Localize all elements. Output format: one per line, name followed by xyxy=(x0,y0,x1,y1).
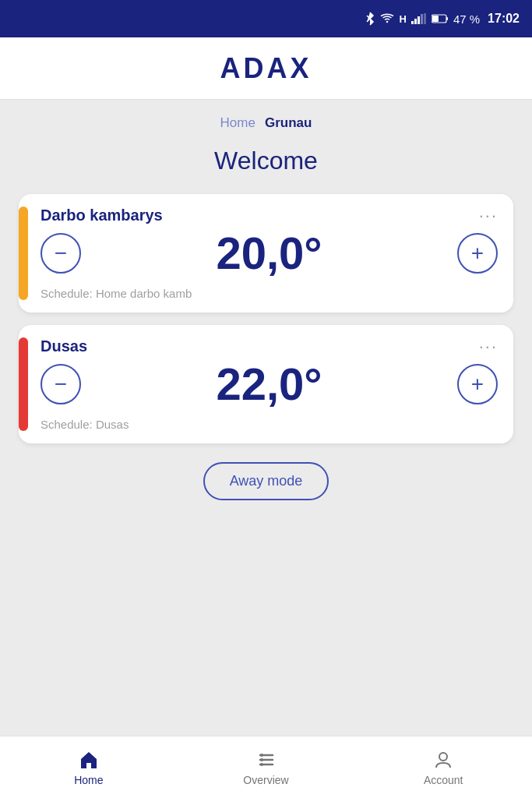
battery-icon xyxy=(432,14,449,23)
device-card-dusas: Dusas ··· − 22,0° + Schedule: Dusas xyxy=(19,325,513,443)
device-card-darbo: Darbo kambarys ··· − 20,0° + Schedule: H… xyxy=(19,194,513,312)
breadcrumb-current[interactable]: Grunau xyxy=(265,115,312,131)
card-accent-red xyxy=(19,337,28,431)
overview-icon xyxy=(255,749,277,771)
decrease-temp-darbo[interactable]: − xyxy=(41,233,81,274)
card-controls-dusas: − 22,0° + xyxy=(41,362,498,407)
h-indicator: H xyxy=(399,13,406,25)
card-body-dusas: Dusas ··· − 22,0° + Schedule: Dusas xyxy=(41,337,498,431)
battery-percentage: 47 % xyxy=(453,12,480,26)
card-accent-yellow xyxy=(19,207,28,300)
nav-overview[interactable]: Overview xyxy=(178,749,355,786)
status-bar: H 47 % 17:02 xyxy=(0,0,532,37)
svg-rect-3 xyxy=(414,19,417,24)
account-icon xyxy=(432,749,454,771)
temperature-darbo: 20,0° xyxy=(216,231,322,276)
nav-account[interactable]: Account xyxy=(354,749,532,786)
svg-rect-6 xyxy=(424,13,426,24)
app-logo: ADAX xyxy=(220,52,312,85)
main-content: Home Grunau Welcome Darbo kambarys ··· −… xyxy=(0,100,532,736)
home-icon xyxy=(78,749,100,771)
svg-point-16 xyxy=(439,753,447,761)
breadcrumb: Home Grunau xyxy=(220,115,312,131)
svg-rect-5 xyxy=(421,14,423,24)
svg-rect-2 xyxy=(411,21,414,24)
clock: 17:02 xyxy=(488,12,520,26)
temperature-dusas: 22,0° xyxy=(216,362,322,407)
nav-home[interactable]: Home xyxy=(0,749,178,786)
schedule-dusas: Schedule: Dusas xyxy=(41,418,498,431)
increase-temp-darbo[interactable]: + xyxy=(457,233,498,274)
away-mode-button[interactable]: Away mode xyxy=(203,462,329,500)
decrease-temp-dusas[interactable]: − xyxy=(41,364,81,404)
status-icons: H 47 % 17:02 xyxy=(365,12,520,26)
signal-icon xyxy=(411,13,427,24)
more-menu-darbo[interactable]: ··· xyxy=(479,207,498,224)
svg-point-11 xyxy=(260,754,263,757)
nav-home-label: Home xyxy=(74,774,103,786)
breadcrumb-home[interactable]: Home xyxy=(220,115,255,131)
svg-rect-9 xyxy=(446,17,448,20)
bluetooth-icon xyxy=(365,12,375,26)
increase-temp-dusas[interactable]: + xyxy=(457,364,498,404)
schedule-darbo: Schedule: Home darbo kamb xyxy=(41,287,498,300)
more-menu-dusas[interactable]: ··· xyxy=(479,338,498,355)
nav-overview-label: Overview xyxy=(243,774,288,786)
nav-account-label: Account xyxy=(424,774,463,786)
wifi-icon xyxy=(380,13,394,24)
svg-point-15 xyxy=(260,763,263,766)
card-controls-darbo: − 20,0° + xyxy=(41,231,498,276)
svg-point-13 xyxy=(260,758,263,761)
device-name-dusas: Dusas xyxy=(41,337,87,355)
svg-rect-8 xyxy=(432,16,439,22)
welcome-title: Welcome xyxy=(214,147,318,175)
svg-rect-4 xyxy=(417,16,420,24)
card-body-darbo: Darbo kambarys ··· − 20,0° + Schedule: H… xyxy=(41,207,498,300)
logo-bar: ADAX xyxy=(0,37,532,100)
device-name-darbo: Darbo kambarys xyxy=(41,207,163,224)
bottom-nav: Home Overview Account xyxy=(0,736,532,798)
card-header-dusas: Dusas ··· xyxy=(41,337,498,355)
card-header-darbo: Darbo kambarys ··· xyxy=(41,207,498,224)
